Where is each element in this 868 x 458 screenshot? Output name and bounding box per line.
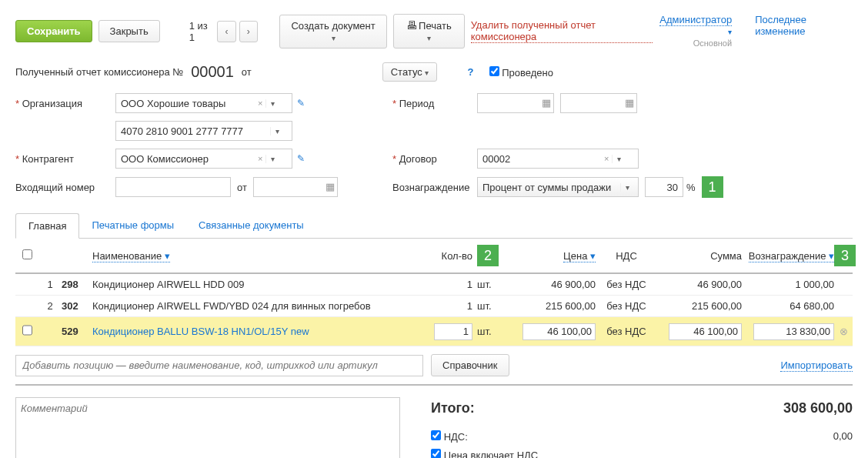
sum-input[interactable]	[669, 323, 742, 340]
table-row[interactable]: 1 298 Кондиционер AIRWELL HDD 009 1 шт. …	[15, 274, 853, 296]
clear-icon[interactable]: ×	[255, 154, 265, 163]
row-unit: шт.	[472, 279, 511, 290]
total-value: 308 600,00	[729, 400, 853, 416]
pager: 1 из 1 ‹ ›	[189, 20, 258, 43]
reward-type-combo[interactable]: ▾	[477, 177, 639, 197]
calendar-icon[interactable]: ▦	[326, 181, 335, 192]
chevron-left-icon: ‹	[225, 26, 228, 37]
grid-header: Наименование ▾ Кол-во 2 Цена ▾ НДС Сумма…	[15, 239, 853, 274]
contract-combo[interactable]: × ▾	[477, 149, 639, 169]
row-vat: без НДС	[596, 326, 657, 337]
row-idx: 1	[38, 279, 62, 290]
row-qty: 1	[426, 279, 472, 290]
col-qty: Кол-во	[426, 250, 472, 262]
price-input[interactable]	[522, 323, 596, 340]
comm-input[interactable]	[753, 323, 834, 340]
delete-row-icon[interactable]: ⊗	[834, 326, 853, 337]
incoming-label: Входящий номер	[15, 182, 115, 193]
add-item-input[interactable]	[15, 355, 423, 376]
contractor-combo[interactable]: × ▾	[115, 149, 292, 169]
vat-value: 0,00	[729, 430, 853, 443]
edit-icon[interactable]: ✎	[297, 153, 305, 164]
row-price: 215 600,00	[511, 300, 596, 312]
total-label: Итого:	[431, 400, 729, 416]
toolbar: Сохранить Закрыть 1 из 1 ‹ › Создать док…	[15, 8, 853, 55]
contractor-label: Контрагент	[15, 153, 115, 165]
row-comm: 1 000,00	[742, 279, 834, 290]
org-combo[interactable]: × ▾	[115, 93, 292, 113]
tab-main[interactable]: Главная	[15, 213, 79, 239]
create-doc-button[interactable]: Создать документ	[279, 15, 387, 48]
pager-text: 1 из 1	[189, 20, 215, 43]
edit-icon[interactable]: ✎	[297, 98, 305, 109]
row-qty: 1	[426, 300, 472, 312]
printer-icon: 🖶	[406, 19, 417, 32]
org-input[interactable]	[116, 98, 255, 109]
row-name: Кондиционер AIRWELL FWD/YBD 024 для винн…	[92, 300, 426, 312]
help-icon[interactable]: ?	[468, 66, 474, 78]
row-idx: 2	[38, 300, 62, 312]
posted-label[interactable]: Проведено	[489, 66, 553, 79]
user-name: Администратор	[659, 14, 732, 26]
badge-1: 1	[702, 176, 723, 198]
row-unit: шт.	[472, 326, 511, 337]
print-label: Печать	[419, 20, 452, 32]
chevron-down-icon[interactable]: ▾	[265, 155, 279, 163]
badge-3: 3	[834, 245, 856, 266]
incoming-from: от	[237, 182, 247, 193]
prev-button[interactable]: ‹	[217, 21, 235, 42]
chevron-down-icon[interactable]: ▾	[270, 127, 284, 135]
tab-print-forms[interactable]: Печатные формы	[79, 213, 186, 238]
reward-label: Вознаграждение	[392, 182, 477, 193]
add-row: Справочник Импортировать	[15, 346, 853, 384]
clear-icon[interactable]: ×	[255, 99, 265, 108]
col-commission[interactable]: Вознаграждение ▾	[749, 250, 834, 262]
contractor-input[interactable]	[116, 153, 255, 165]
posted-checkbox[interactable]	[489, 66, 499, 76]
row-unit: шт.	[472, 300, 511, 312]
account-input[interactable]	[116, 125, 270, 137]
chevron-down-icon[interactable]: ▾	[265, 99, 279, 108]
row-checkbox[interactable]	[22, 322, 32, 339]
calendar-icon[interactable]: ▦	[625, 97, 634, 109]
qty-input[interactable]	[434, 323, 472, 340]
last-change-link[interactable]: Последнее изменение	[755, 14, 853, 37]
title-text: Полученный отчет комиссионера №	[15, 66, 183, 78]
select-all-checkbox[interactable]	[22, 249, 32, 259]
vat-checkbox[interactable]	[431, 430, 441, 440]
row-price: 46 900,00	[511, 279, 596, 290]
posted-text: Проведено	[502, 67, 553, 79]
tabs: Главная Печатные формы Связанные докумен…	[15, 213, 853, 239]
delete-link[interactable]: Удалить полученный отчет комиссионера	[471, 19, 653, 43]
row-name: Кондиционер BALLU BSW-18 HN1/OL/15Y new	[92, 326, 426, 337]
incoming-number[interactable]	[115, 177, 231, 197]
user-role: Основной	[693, 38, 732, 48]
col-price[interactable]: Цена ▾	[563, 250, 596, 262]
price-incl-checkbox[interactable]	[431, 449, 441, 458]
status-button[interactable]: Статус	[382, 62, 437, 82]
user-block[interactable]: Администратор ▾ Основной	[659, 14, 732, 48]
chevron-down-icon[interactable]: ▾	[620, 183, 634, 192]
row-code: 298	[62, 279, 92, 290]
close-button[interactable]: Закрыть	[98, 20, 160, 42]
reward-type-input[interactable]	[478, 182, 620, 193]
comment-textarea[interactable]	[15, 397, 400, 458]
contract-input[interactable]	[478, 153, 601, 165]
tab-linked[interactable]: Связанные документы	[186, 213, 316, 238]
calendar-icon[interactable]: ▦	[542, 97, 551, 109]
chevron-down-icon[interactable]: ▾	[612, 155, 626, 163]
vat-label: НДС:	[444, 431, 468, 443]
print-button[interactable]: 🖶Печать	[393, 14, 464, 48]
col-name[interactable]: Наименование ▾	[92, 250, 170, 262]
table-row-selected[interactable]: 529 Кондиционер BALLU BSW-18 HN1/OL/15Y …	[15, 317, 853, 346]
col-sum: Сумма	[657, 250, 742, 262]
row-name: Кондиционер AIRWELL HDD 009	[92, 279, 426, 290]
save-button[interactable]: Сохранить	[15, 20, 92, 42]
directory-button[interactable]: Справочник	[431, 354, 509, 376]
account-combo[interactable]: ▾	[115, 121, 292, 141]
clear-icon[interactable]: ×	[601, 154, 612, 163]
reward-percent[interactable]	[645, 177, 683, 197]
table-row[interactable]: 2 302 Кондиционер AIRWELL FWD/YBD 024 дл…	[15, 296, 853, 317]
next-button[interactable]: ›	[239, 21, 258, 42]
import-link[interactable]: Импортировать	[780, 359, 853, 372]
